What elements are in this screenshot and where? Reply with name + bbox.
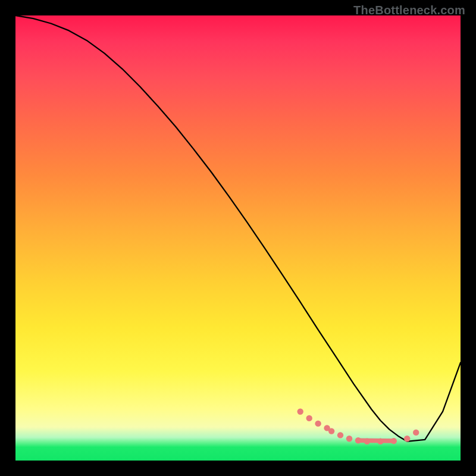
watermark-text: TheBottleneck.com bbox=[353, 4, 465, 17]
optimal-dot bbox=[404, 436, 410, 441]
optimal-dot bbox=[391, 438, 397, 444]
optimal-dot bbox=[346, 436, 352, 441]
optimal-dot bbox=[315, 421, 321, 427]
optimal-dot bbox=[377, 439, 383, 444]
optimal-zone-dots bbox=[298, 409, 419, 445]
optimal-flat-segment bbox=[358, 440, 394, 441]
optimal-dot bbox=[337, 432, 343, 438]
plot-area bbox=[15, 15, 461, 461]
chart-frame: TheBottleneck.com bbox=[0, 0, 476, 476]
optimal-dot bbox=[364, 439, 370, 444]
chart-svg bbox=[15, 15, 461, 461]
optimal-dot bbox=[328, 428, 334, 434]
optimal-dot bbox=[298, 409, 303, 415]
bottleneck-curve bbox=[15, 15, 461, 441]
optimal-dot bbox=[306, 415, 312, 421]
optimal-dot bbox=[355, 437, 361, 443]
optimal-dot bbox=[413, 430, 419, 436]
